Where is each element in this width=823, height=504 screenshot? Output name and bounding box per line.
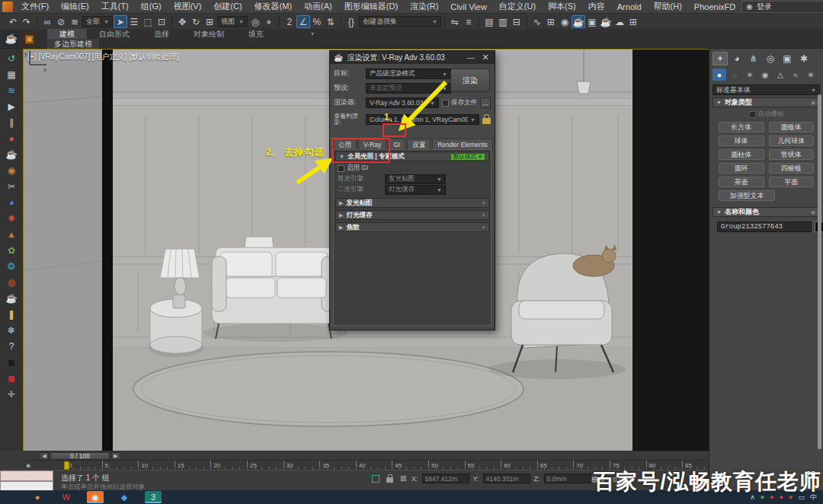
next-frame-button[interactable]: ▶ xyxy=(111,452,120,460)
menu-item[interactable]: 创建(C) xyxy=(207,0,248,13)
utilities-tab-icon[interactable]: ✱ xyxy=(796,52,812,65)
lights-icon[interactable]: ☀ xyxy=(743,69,757,81)
shapes-icon[interactable]: ◌ xyxy=(728,69,741,81)
lock-view-icon[interactable] xyxy=(482,118,491,124)
burst-icon[interactable]: ✹ xyxy=(4,211,19,225)
x-coordinate-field[interactable]: 5847.412m xyxy=(422,474,469,483)
firefox-icon[interactable]: ● xyxy=(29,491,46,503)
cloud-render-icon[interactable]: ☁ xyxy=(613,15,626,28)
kettle-icon[interactable]: ☕ xyxy=(4,291,19,305)
object-type-rollout[interactable]: ▼对象类型∗ xyxy=(713,97,820,107)
max-app-icon[interactable]: 3 xyxy=(145,491,162,503)
menu-item[interactable]: 修改器(M) xyxy=(248,0,299,13)
rendered-frame-icon[interactable]: ▣ xyxy=(585,15,599,28)
create-tab-icon[interactable]: + xyxy=(713,52,728,65)
dialog-title-bar[interactable]: ☕ 渲染设置: V-Ray Adv 3.60.03 — ✕ xyxy=(330,51,495,64)
transform-type-in-icon[interactable]: ⊠ xyxy=(400,474,406,483)
minimize-button[interactable]: — xyxy=(466,53,476,62)
ribbon-options-icon[interactable]: ▾ xyxy=(305,30,320,37)
state-sets-icon[interactable]: ⊞ xyxy=(626,15,640,28)
play-icon[interactable]: ▶ xyxy=(4,99,19,113)
render-setup-icon[interactable]: ☕ xyxy=(572,15,585,28)
modify-tab-icon[interactable]: ◕ xyxy=(729,52,745,65)
bind-spacewarp-icon[interactable]: ≋ xyxy=(68,15,82,28)
time-slider[interactable]: ◀ 0 / 100 ▶ xyxy=(23,451,709,460)
droplet-icon[interactable]: ◕ xyxy=(4,195,19,209)
cameras-icon[interactable]: ◉ xyxy=(758,69,772,81)
record-icon[interactable]: ● xyxy=(4,131,19,145)
time-slider-handle[interactable]: 0 / 100 xyxy=(50,452,110,460)
pot-icon[interactable]: ◍ xyxy=(4,275,19,289)
menu-item[interactable]: 内容 xyxy=(582,0,611,13)
mirror-icon[interactable]: ⇋ xyxy=(448,15,462,28)
axis-icon[interactable]: ✛ xyxy=(4,387,19,401)
menu-item[interactable]: 脚本(S) xyxy=(542,0,582,13)
primary-engine-dropdown[interactable]: 发光贴图▼ xyxy=(385,174,446,184)
reference-coordsys-dropdown[interactable]: 视图▼ xyxy=(217,16,248,27)
percent-snap-icon[interactable]: % xyxy=(310,15,324,28)
select-link-icon[interactable]: ∞ xyxy=(40,15,54,28)
name-color-rollout[interactable]: ▼名称和颜色∗ xyxy=(713,207,820,217)
ribbon-tab-freeform[interactable]: 自由形式 xyxy=(87,29,142,39)
ribbon-tab-populate[interactable]: 填充 xyxy=(236,29,276,39)
unlink-icon[interactable]: ⊘ xyxy=(54,15,68,28)
pyramid-button[interactable]: 四棱锥 xyxy=(769,163,815,174)
red-swatch-icon[interactable]: ◼ xyxy=(4,371,19,385)
grid-helper-icon[interactable]: ▦ xyxy=(4,67,19,81)
macro-recorder-pane[interactable] xyxy=(0,471,53,481)
cone-icon[interactable]: ▲ xyxy=(4,227,19,241)
tube-button[interactable]: 管状体 xyxy=(769,149,815,160)
scale-icon[interactable]: ⊞ xyxy=(203,15,216,28)
rollout-light-cache[interactable]: ▶灯光缓存+ xyxy=(335,210,489,220)
ribbon-toggle-icon[interactable]: ⊟ xyxy=(510,15,524,28)
torus-button[interactable]: 圆环 xyxy=(719,163,764,174)
window-crossing-icon[interactable]: ⊡ xyxy=(155,15,168,28)
save-file-browse-button[interactable]: ... xyxy=(480,97,491,108)
rollout-caustics[interactable]: ▶焦散+ xyxy=(335,222,489,232)
wps-icon[interactable]: W xyxy=(58,491,75,503)
gi-mode-badge[interactable]: 默认模式▼ xyxy=(450,153,485,161)
ribbon-tab-modeling[interactable]: 建模 xyxy=(47,29,87,39)
menu-item[interactable]: 渲染(R) xyxy=(404,0,444,13)
menu-item[interactable]: 动画(A) xyxy=(298,0,338,13)
menu-item[interactable]: 工具(T) xyxy=(95,0,135,13)
current-frame-marker[interactable] xyxy=(64,461,69,470)
manipulate-icon[interactable]: ⌖ xyxy=(262,15,276,28)
flame-icon[interactable]: ☕ xyxy=(4,147,19,161)
systems-icon[interactable]: ✳ xyxy=(804,69,818,81)
helpers-icon[interactable]: △ xyxy=(773,69,787,81)
gi-rollout-header[interactable]: ▼ 全局光照 | 专家模式 默认模式▼ xyxy=(335,152,489,161)
enable-gi-checkbox[interactable]: 启用 GI xyxy=(338,164,368,173)
ribbon-tab-object-paint[interactable]: 对象绘制 xyxy=(181,29,236,39)
selection-lock-icon[interactable] xyxy=(386,477,393,483)
z-coordinate-field[interactable]: 0.0mm xyxy=(544,474,591,483)
teapot-icon[interactable]: ☕ xyxy=(3,30,19,46)
prev-frame-button[interactable]: ◀ xyxy=(40,452,49,460)
app-logo-icon[interactable] xyxy=(2,2,13,12)
box-button[interactable]: 长方体 xyxy=(719,122,764,132)
sphere-button[interactable]: 球体 xyxy=(719,136,764,146)
geometry-icon[interactable]: ● xyxy=(713,69,726,81)
hierarchy-tab-icon[interactable]: ⋔ xyxy=(746,52,761,65)
renderer-dropdown[interactable]: V-Ray Adv 3.60.03▼ xyxy=(366,97,439,108)
select-by-name-icon[interactable]: ☰ xyxy=(127,15,141,28)
login-button[interactable]: ◉ 登录 ▼ xyxy=(741,1,823,13)
teapot-button[interactable]: 茶壶 xyxy=(719,177,764,187)
y-coordinate-field[interactable]: 4140.331m xyxy=(483,474,530,483)
menu-item[interactable]: 编辑(E) xyxy=(55,0,95,13)
menu-item[interactable]: 图形编辑器(D) xyxy=(338,0,404,13)
viewport-label[interactable]: [+] [VRayCam007] [用户定义] [默认明暗处理] xyxy=(27,52,179,62)
scene-explorer-icon[interactable]: ▤ xyxy=(482,15,496,28)
angle-snap-icon[interactable]: ∠ xyxy=(296,15,310,28)
wave-icon[interactable]: ≋ xyxy=(4,83,19,97)
polygon-modeling-button[interactable]: 多边形建模 xyxy=(47,39,99,49)
isolate-selection-icon[interactable] xyxy=(372,475,379,483)
spacewarps-icon[interactable]: ≈ xyxy=(789,69,802,81)
layer-explorer-icon[interactable]: ▥ xyxy=(496,15,510,28)
save-file-checkbox[interactable]: 保存文件 xyxy=(442,98,477,107)
material-editor-icon[interactable]: ◉ xyxy=(558,15,572,28)
flower-icon[interactable]: ✿ xyxy=(4,243,19,257)
menu-item[interactable]: Arnold xyxy=(611,0,648,13)
snow-icon[interactable]: ❄ xyxy=(4,323,19,337)
move-icon[interactable]: ✥ xyxy=(175,15,189,28)
